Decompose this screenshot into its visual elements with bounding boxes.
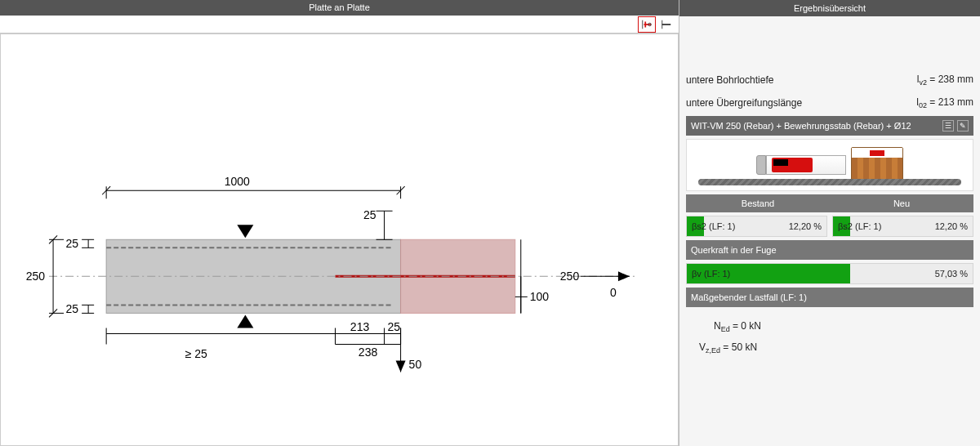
result-borehole-depth: untere Bohrlochtiefe lv2 = 238 mm (686, 70, 973, 90)
drawing-canvas[interactable]: 1000 25 250 25 25 (0, 33, 679, 446)
shear-force-value: 50 (409, 359, 422, 372)
left-title: Platte an Platte (0, 0, 679, 16)
shear-header: Querkraft in der Fuge (686, 240, 973, 260)
util-shear: βv (LF: 1) 57,03 % (686, 263, 973, 284)
config-icon[interactable]: ✎ (957, 120, 969, 132)
dim-l0: 213 (350, 321, 370, 334)
dim-width: 1000 (225, 176, 250, 189)
dim-right-thickness: 100 (530, 291, 550, 304)
util-new: βs2 (LF: 1) 12,20 % (832, 216, 973, 237)
arrow-bottom-dark (237, 315, 253, 328)
dim-left-bot-cover: 25 (66, 303, 79, 316)
view-toggle-section[interactable] (657, 16, 675, 33)
arrow-top-dark (237, 225, 253, 239)
dim-bot-min: ≥ 25 (185, 348, 207, 361)
dim-cover-v: 25 (388, 321, 401, 334)
results-title: Ergebnisübersicht (679, 0, 980, 16)
axial-force-value: 0 (610, 287, 617, 300)
dim-left-top-cover: 25 (66, 238, 79, 251)
product-box (851, 147, 903, 183)
svg-marker-29 (618, 272, 630, 282)
product-cartridge (756, 155, 846, 175)
product-preview (686, 139, 973, 191)
result-lap-length: untere Übergreifungslänge l02 = 213 mm (686, 93, 973, 113)
governing-header: Maßgebender Lastfall (LF: 1) (686, 288, 973, 307)
result-columns: Bestand Neu (686, 194, 973, 212)
product-rebar (698, 179, 961, 185)
view-toggle-anchor[interactable] (638, 16, 656, 33)
dim-lv: 238 (359, 346, 378, 359)
util-existing: βs2 (LF: 1) 12,20 % (686, 216, 827, 237)
dim-right-height: 250 (560, 270, 580, 283)
dim-top-cover: 25 (363, 209, 376, 222)
list-icon[interactable]: ☰ (942, 120, 954, 132)
drawing-toolbar (0, 16, 679, 34)
svg-marker-37 (396, 361, 406, 372)
dim-left-height: 250 (26, 270, 46, 283)
product-bar: WIT-VM 250 (Rebar) + Bewehrungsstab (Reb… (686, 116, 973, 136)
governing-loads: NEd = 0 kN Vz,Ed = 50 kN (686, 310, 973, 367)
